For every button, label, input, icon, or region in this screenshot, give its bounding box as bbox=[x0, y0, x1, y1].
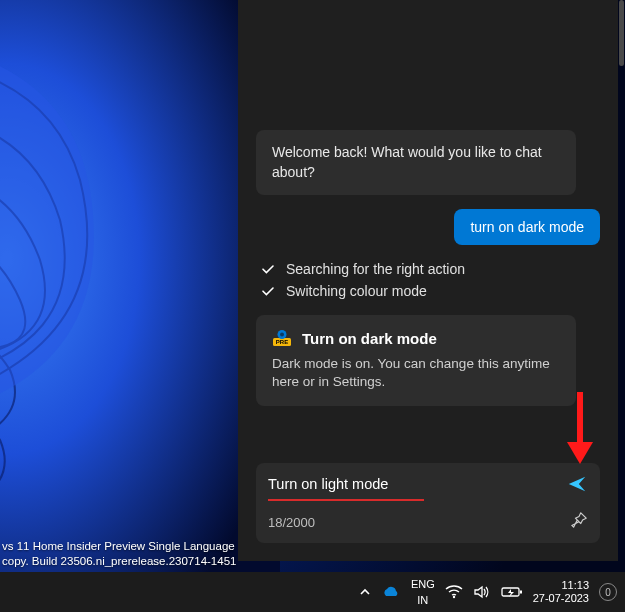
clock-date: 27-07-2023 bbox=[533, 592, 589, 605]
wifi-icon bbox=[445, 585, 463, 599]
assistant-message-text: Welcome back! What would you like to cha… bbox=[272, 144, 542, 180]
svg-point-7 bbox=[453, 596, 455, 598]
character-count: 18/2000 bbox=[268, 515, 315, 530]
watermark-line: vs 11 Home Insider Preview Single Langua… bbox=[2, 539, 236, 555]
battery-icon bbox=[501, 586, 523, 598]
svg-text:PRE: PRE bbox=[276, 339, 288, 345]
lang-primary: ENG bbox=[411, 578, 435, 590]
notification-center-button[interactable]: 0 bbox=[599, 583, 617, 601]
watermark-line: copy. Build 23506.ni_prerelease.230714-1… bbox=[2, 554, 236, 570]
progress-step: Searching for the right action bbox=[260, 261, 596, 277]
speaker-icon bbox=[473, 585, 491, 599]
pin-button[interactable] bbox=[570, 511, 588, 533]
chat-input-container: 18/2000 bbox=[256, 463, 600, 543]
lang-secondary: IN bbox=[417, 594, 428, 606]
cloud-icon bbox=[381, 585, 401, 599]
assistant-message: Welcome back! What would you like to cha… bbox=[256, 130, 576, 195]
user-message-text: turn on dark mode bbox=[470, 219, 584, 235]
checkmark-icon bbox=[260, 283, 276, 299]
action-progress: Searching for the right action Switching… bbox=[256, 259, 600, 301]
chat-input[interactable] bbox=[268, 476, 558, 492]
action-result-card: PRE Turn on dark mode Dark mode is on. Y… bbox=[256, 315, 576, 407]
battery-tray-icon[interactable] bbox=[501, 586, 523, 598]
checkmark-icon bbox=[260, 261, 276, 277]
windows-watermark: vs 11 Home Insider Preview Single Langua… bbox=[0, 539, 236, 570]
send-button[interactable] bbox=[566, 473, 588, 495]
scrollbar-thumb[interactable] bbox=[619, 0, 624, 66]
language-indicator[interactable]: ENG IN bbox=[411, 578, 435, 606]
progress-step-text: Switching colour mode bbox=[286, 283, 427, 299]
svg-rect-9 bbox=[520, 591, 522, 594]
wifi-tray-icon[interactable] bbox=[445, 585, 463, 599]
tray-overflow-button[interactable] bbox=[359, 586, 371, 598]
clock-time: 11:13 bbox=[561, 579, 589, 592]
pin-icon bbox=[570, 511, 588, 529]
onedrive-tray-icon[interactable] bbox=[381, 585, 401, 599]
progress-step: Switching colour mode bbox=[260, 283, 596, 299]
notification-count: 0 bbox=[605, 587, 611, 598]
settings-preview-icon: PRE bbox=[272, 329, 292, 349]
system-clock[interactable]: 11:13 27-07-2023 bbox=[533, 579, 589, 604]
chevron-up-icon bbox=[359, 586, 371, 598]
chat-message-area: Welcome back! What would you like to cha… bbox=[238, 0, 618, 455]
volume-tray-icon[interactable] bbox=[473, 585, 491, 599]
send-icon bbox=[566, 473, 588, 495]
action-body-text: Dark mode is on. You can change this any… bbox=[272, 355, 560, 393]
progress-step-text: Searching for the right action bbox=[286, 261, 465, 277]
action-title: Turn on dark mode bbox=[302, 330, 437, 347]
taskbar[interactable]: ENG IN 11:13 27-07-2023 0 bbox=[0, 572, 625, 612]
user-message: turn on dark mode bbox=[454, 209, 600, 245]
annotation-underline bbox=[268, 499, 424, 501]
svg-point-4 bbox=[280, 332, 284, 336]
copilot-chat-panel: Welcome back! What would you like to cha… bbox=[238, 0, 618, 561]
